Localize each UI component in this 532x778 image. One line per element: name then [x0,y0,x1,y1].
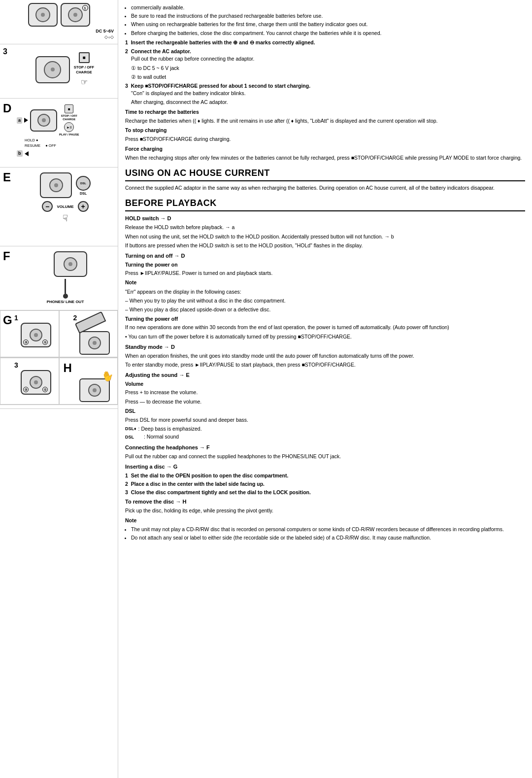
inserting-step-2: 2 Place a disc in the center with the la… [125,480,525,488]
intro-bullet-4: Before charging the batteries, close the… [131,30,525,37]
note-text1: "Err" appears on the display in the foll… [125,288,525,296]
dsl-row-1: DSL♦ : Deep bass is emphasized. [125,425,525,433]
section-c-top: 1 DC 5~6V ◇⬦◇ [0,0,118,44]
hold-switch-text1: Release the HOLD switch before playback.… [125,224,525,231]
note2-bullet-1: The unit may not play a CD-R/RW disc tha… [131,526,525,533]
volume-minus-illustration: – [42,201,53,212]
inserting-disc-steps: 1 Set the dial to the OPEN position to o… [125,472,525,497]
section-3-stop: 3 ■ STOP / OFFCHARGE ☞ [0,44,118,99]
step-1: 1 Insert the rechargeable batteries with… [125,39,525,46]
volume-text2: Press — to decrease the volume. [125,398,525,406]
standby-text2: To enter standby mode, press ►IIPLAY/PAU… [125,361,525,369]
hold-switch-text2: When not using the unit, set the HOLD sw… [125,233,525,240]
dsl-row-2: DSL : Normal sound [125,433,525,440]
section-g3-cell: 3 ② ① [0,358,59,405]
inserting-step-3: 3 Close the disc compartment tightly and… [125,489,525,496]
turning-on-off-heading: Turning on and off → D [125,252,525,260]
stop-btn-d: ■ [65,104,73,113]
note2-heading: Note [125,517,525,524]
step-3: 3 Keep ■STOP/OFF/CHARGE pressed for abou… [125,82,525,106]
turning-power-off-text2: • You can turn off the power before it i… [125,333,525,340]
note-text2: – When you try to play the unit without … [125,297,525,304]
intro-bullet-3: When using on rechargeable batteries for… [131,21,525,28]
device-bottom-g2 [79,331,110,355]
standby-mode-heading: Standby mode → D [125,343,525,351]
hold-switch-text3: If buttons are pressed when the HOLD swi… [125,242,525,249]
section-e: E DSL DSL – [0,168,118,246]
inserting-step-1: 1 Set the dial to the OPEN position to o… [125,472,525,479]
time-to-recharge-heading: Time to recharge the batteries [125,108,525,116]
phones-label: PHONES/ LINE OUT [47,300,84,304]
adjusting-sound-heading: Adjusting the sound → E [125,372,525,379]
force-charging-heading: Force charging [125,145,525,153]
hold-resume-labels: HOLD ● RESUME ● OFF [25,138,114,148]
stop-button-illustration: ■ [79,52,90,63]
remove-disc-heading: To remove the disc → H [125,498,525,506]
dc-label: DC 5~6V ◇⬦◇ [2,28,116,39]
ac-house-current-text: Connect the supplied AC adaptor in the s… [125,184,525,192]
circle-1-annotation: 1 [82,5,88,11]
volume-hand-icon: ☟ [63,213,68,224]
left-column: 1 DC 5~6V ◇⬦◇ 3 [0,0,118,778]
device-lid-g2 [75,311,106,334]
note-text3: – When you play a disc placed upside-dow… [125,306,525,313]
time-to-recharge-text: Recharge the batteries when (( ♦ lights.… [125,117,525,125]
before-playback-heading: BEFORE PLAYBACK [125,197,525,211]
label-b: b [17,150,23,157]
dsl-heading: DSL [125,407,525,415]
volume-plus-illustration: + [78,201,89,212]
intro-bullets-list: commercially available. Be sure to read … [131,4,525,37]
connecting-headphones-heading: Connecting the headphones → F [125,444,525,452]
dsl-text1: Press DSL for more powerful sound and de… [125,416,525,424]
turning-power-off-heading: Turning the power off [125,315,525,323]
stop-off-charge-label: STOP / OFFCHARGE [74,65,94,75]
note2-bullet-2: Do not attach any seal or label to eithe… [131,534,525,541]
volume-sub-heading: Volume [125,380,525,388]
to-stop-charging-text: Press ■STOP/OFF/CHARGE during charging. [125,135,525,143]
turning-power-on-text: Press ►IIPLAY/PAUSE. Power is turned on … [125,270,525,277]
section-g: G 1 ② ① [0,310,118,409]
hold-switch-heading: HOLD switch → D [125,215,525,223]
jack-plug [63,294,68,299]
note-heading: Note [125,279,525,286]
dsl-button-illustration: DSL [76,176,91,191]
charging-steps: 1 Insert the rechargeable batteries with… [125,39,525,106]
turning-power-on-heading: Turning the power on [125,261,525,269]
section-h-cell: H ✋ [59,358,118,405]
play-pause-btn-d: ►II [64,122,74,132]
note2-bullets: The unit may not play a CD-R/RW disc tha… [131,526,525,541]
standby-text1: When an operation finishes, the unit goe… [125,352,525,360]
section-f: F PHONES/ LINE OUT [0,246,118,310]
right-column: commercially available. Be sure to read … [118,0,532,778]
label-a: a [17,117,22,124]
connecting-headphones-text: Pull out the rubber cap and connect the … [125,453,525,460]
turning-power-off-text1: If no new operations are done within 30 … [125,324,525,331]
hand-cursor-icon: ☞ [81,77,88,87]
ac-house-current-heading: USING ON AC HOUSE CURRENT [125,167,525,181]
step-2: 2 Connect the AC adaptor. Pull out the r… [125,48,525,81]
intro-bullet-1: commercially available. [131,4,525,11]
remove-disc-text: Pick up the disc, holding its edge, whil… [125,507,525,514]
jack-cable-line [65,279,66,294]
inserting-disc-heading: Inserting a disc → G [125,463,525,471]
volume-text1: Press + to increase the volume. [125,389,525,396]
section-d: D a ■ STOP / OFFCHARGE ►II PLAY / PAUSE [0,99,118,168]
intro-bullet-2: Be sure to read the instructions of the … [131,12,525,20]
section-g2-cell: 2 [59,310,118,357]
force-charging-text: When the recharging stops after only few… [125,154,525,162]
to-stop-charging-heading: To stop charging [125,127,525,134]
